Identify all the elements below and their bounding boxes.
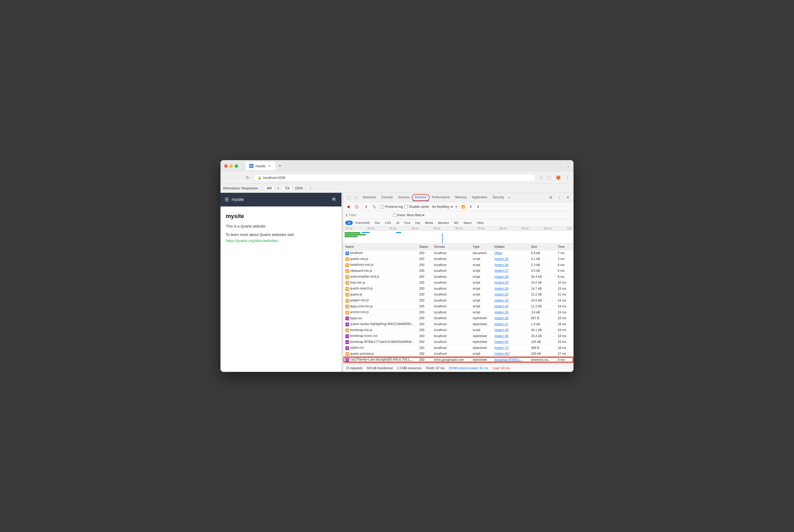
th-size[interactable]: Size: [529, 244, 555, 250]
forward-button[interactable]: →: [234, 174, 241, 182]
initiator-link[interactable]: (index):25: [494, 257, 508, 261]
window-menu-button[interactable]: ⌄: [567, 164, 570, 168]
table-row[interactable]: CStippy.css 200 localhost stylesheet (in…: [343, 315, 573, 321]
responsive-more-icon[interactable]: ⋮: [309, 187, 312, 190]
tab-application[interactable]: Application: [469, 194, 490, 201]
table-row[interactable]: Dlocalhost 200 localhost document Other …: [343, 250, 573, 256]
table-row[interactable]: CSbootstrap-icons.css 200 localhost styl…: [343, 333, 573, 339]
preserve-log-label[interactable]: Preserve log: [381, 205, 403, 209]
table-row[interactable]: JSbootstrap.min.js 200 localhost script …: [343, 327, 573, 333]
th-initiator[interactable]: Initiator: [492, 244, 529, 250]
th-time[interactable]: Time: [555, 244, 573, 250]
table-row[interactable]: JSquarto-search.js 200 localhost script …: [343, 286, 573, 292]
settings-icon[interactable]: ⚙: [547, 194, 554, 201]
tab-sources[interactable]: Sources: [395, 194, 412, 201]
type-filter-ws[interactable]: WS: [452, 221, 461, 225]
table-row[interactable]: CSquarto-syntax-highlighting-494121dfa86…: [343, 321, 573, 327]
table-row[interactable]: JStippy.umd.min.js 200 localhost script …: [343, 303, 573, 309]
initiator-link[interactable]: (index):28: [494, 275, 508, 279]
initiator-link[interactable]: (index):40: [494, 340, 508, 344]
initiator-link[interactable]: (index):30: [494, 287, 508, 290]
type-filter-img[interactable]: Img: [413, 221, 422, 225]
initiator-link[interactable]: Other: [494, 251, 503, 255]
type-filter-wasm[interactable]: Wasm: [461, 221, 474, 225]
network-table-container[interactable]: Name Status Domain Type Initiator Size T…: [343, 244, 573, 364]
table-row[interactable]: JSfuse.min.js 200 localhost script (inde…: [343, 280, 573, 286]
device-toolbar-icon[interactable]: □: [353, 194, 360, 201]
type-filter-all[interactable]: All: [345, 221, 353, 225]
new-tab-button[interactable]: +: [277, 163, 283, 169]
type-filter-media[interactable]: Media: [423, 221, 435, 225]
bookmark-icon[interactable]: ☆: [538, 174, 544, 181]
more-filters-button[interactable]: More filters ▾: [407, 213, 424, 217]
height-input[interactable]: [282, 186, 292, 191]
table-row[interactable]: CScss2?family=Lato:ital,wght@0,400;0,700…: [343, 357, 573, 363]
zoom-label[interactable]: 100%: [295, 187, 303, 190]
filter-input[interactable]: [349, 213, 392, 217]
tab-more[interactable]: »: [507, 194, 512, 201]
th-name[interactable]: Name: [343, 244, 417, 250]
initiator-link[interactable]: (index):36: [494, 316, 508, 320]
tab-security[interactable]: Security: [490, 194, 507, 201]
close-devtools-icon[interactable]: ✕: [564, 194, 571, 201]
initiator-link[interactable]: (index):567: [494, 352, 510, 356]
disable-cache-checkbox[interactable]: [404, 205, 408, 208]
quarto-link[interactable]: https://quarto.org/docs/websites: [226, 239, 278, 243]
initiator-link[interactable]: (index):70: [494, 346, 508, 350]
tab-elements[interactable]: Elements: [360, 194, 379, 201]
invert-checkbox[interactable]: [393, 213, 396, 217]
initiator-link[interactable]: (index):33: [494, 299, 508, 302]
browser-menu-icon[interactable]: 🦊: [554, 174, 562, 182]
th-type[interactable]: Type: [471, 244, 492, 250]
site-search-icon[interactable]: 🔍: [332, 197, 337, 202]
inspect-element-icon[interactable]: ⬚: [345, 194, 353, 201]
throttle-select[interactable]: No throttling Fast 3G Slow 3G: [431, 204, 454, 209]
extensions-icon[interactable]: ⬚: [546, 174, 552, 181]
initiator-link[interactable]: (index):34: [494, 304, 508, 308]
maximize-button[interactable]: [235, 164, 238, 168]
table-row[interactable]: JSclipboard.min.js 200 localhost script …: [343, 268, 573, 274]
disable-cache-label[interactable]: Disable cache: [404, 205, 429, 209]
load-time[interactable]: Load: 83 ms: [492, 366, 510, 370]
dom-content-loaded[interactable]: DOMContentLoaded: 82 ms: [449, 366, 488, 370]
tab-memory[interactable]: Memory: [453, 194, 469, 201]
initiator-link[interactable]: (index):38: [494, 328, 508, 332]
refresh-button[interactable]: ↻: [244, 174, 251, 182]
filter-toggle-button[interactable]: ⊻: [363, 204, 369, 210]
type-filter-css[interactable]: CSS: [383, 221, 393, 225]
table-row[interactable]: JSanchor.min.js 200 localhost script (in…: [343, 309, 573, 316]
initiator-link[interactable]: (index):39: [494, 334, 508, 338]
tab-network[interactable]: Network: [412, 194, 429, 201]
type-filter-fetch-xhr[interactable]: Fetch/XHR: [354, 221, 372, 225]
initiator-link[interactable]: (index):37: [494, 322, 508, 326]
browser-tab-mysite[interactable]: m mysite ✕: [246, 162, 276, 170]
initiator-link[interactable]: bootstrap-9f769c1...: [494, 358, 523, 362]
clear-button[interactable]: 🚫: [353, 204, 360, 210]
initiator-link[interactable]: (index):26: [494, 263, 508, 267]
table-row[interactable]: JSquarto-nav.js 200 localhost script (in…: [343, 256, 573, 262]
th-domain[interactable]: Domain: [432, 244, 471, 250]
devtools-more-icon[interactable]: ⋮: [555, 194, 563, 201]
th-status[interactable]: Status: [417, 244, 432, 250]
type-filter-js[interactable]: JS: [394, 221, 401, 225]
table-row[interactable]: CSbootstrap-9f769c1771de21f138b505e8360b…: [343, 339, 573, 345]
back-button[interactable]: ←: [224, 174, 231, 182]
type-filter-doc[interactable]: Doc: [373, 221, 382, 225]
record-button[interactable]: ⏺: [345, 204, 352, 210]
search-button[interactable]: 🔍: [371, 204, 377, 210]
invert-label[interactable]: Invert: [393, 213, 405, 217]
initiator-link[interactable]: (index):29: [494, 281, 508, 284]
type-filter-font[interactable]: Font: [402, 221, 412, 225]
upload-icon[interactable]: ⬆: [468, 204, 474, 210]
tab-console[interactable]: Console: [379, 194, 395, 201]
table-row[interactable]: JSheadroom.min.js 200 localhost script (…: [343, 262, 573, 268]
type-filter-other[interactable]: Other: [474, 221, 486, 225]
minimize-button[interactable]: [229, 164, 233, 168]
table-row[interactable]: JSpopper.min.js 200 localhost script (in…: [343, 298, 573, 304]
initiator-link[interactable]: (index):32: [494, 292, 508, 296]
table-row[interactable]: JSquarto.js 200 localhost script (index)…: [343, 291, 573, 298]
type-filter-manifest[interactable]: Manifest: [436, 221, 451, 225]
initiator-link[interactable]: (index):27: [494, 269, 508, 272]
width-input[interactable]: [264, 186, 275, 191]
initiator-link[interactable]: (index):35: [494, 310, 508, 314]
